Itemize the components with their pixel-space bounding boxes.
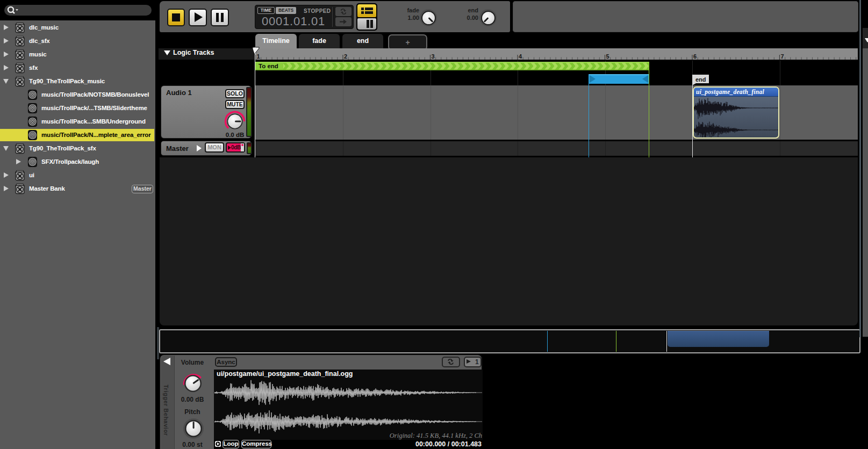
svg-text:4: 4 xyxy=(519,53,522,60)
svg-text:5: 5 xyxy=(606,53,609,60)
svg-text:7: 7 xyxy=(781,53,784,60)
svg-text:2: 2 xyxy=(344,53,347,60)
svg-text:6: 6 xyxy=(693,53,697,60)
svg-text:3: 3 xyxy=(432,53,435,60)
svg-text:end: end xyxy=(695,76,706,83)
